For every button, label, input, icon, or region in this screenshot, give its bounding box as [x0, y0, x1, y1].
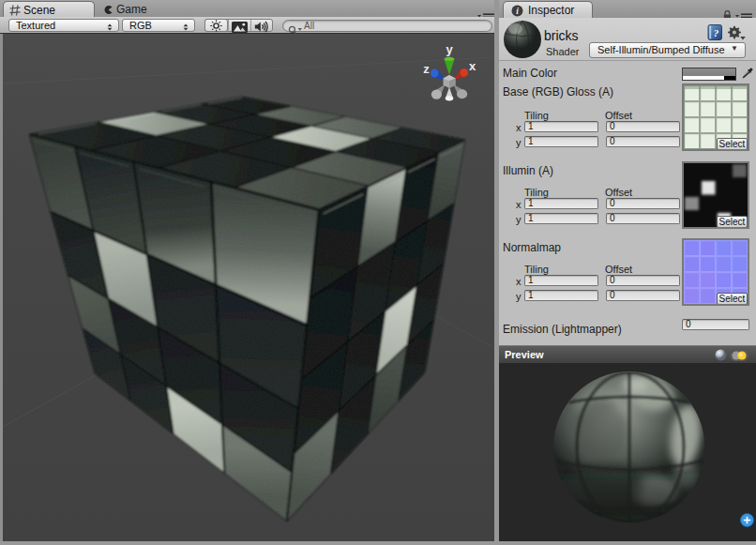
svg-text:x: x — [469, 59, 476, 73]
svg-text:?: ? — [714, 27, 719, 38]
svg-text:y: y — [446, 42, 453, 56]
svg-text:i: i — [516, 7, 519, 16]
svg-text:z: z — [423, 62, 430, 76]
